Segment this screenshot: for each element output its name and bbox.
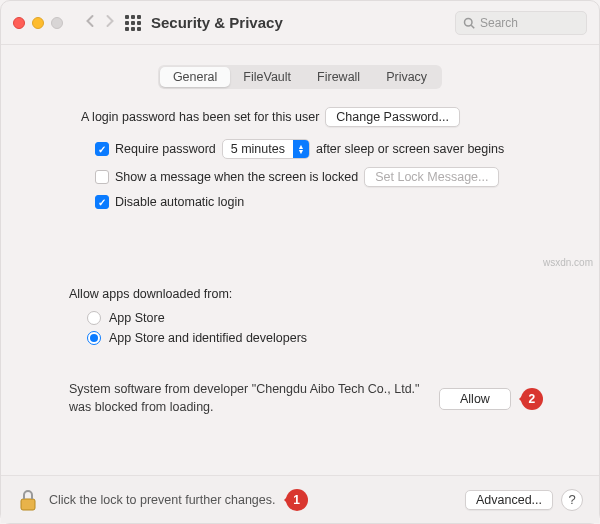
require-password-row: Require password 5 minutes ▲▼ after slee… [95, 139, 555, 159]
tab-general[interactable]: General [160, 67, 230, 87]
tab-segments: General FileVault Firewall Privacy [158, 65, 442, 89]
tab-bar: General FileVault Firewall Privacy [1, 65, 599, 89]
allow-identified-label: App Store and identified developers [109, 331, 307, 345]
svg-rect-2 [21, 499, 35, 510]
disable-auto-login-row: Disable automatic login [95, 195, 555, 209]
password-set-label: A login password has been set for this u… [81, 110, 319, 124]
lock-icon[interactable] [17, 487, 39, 513]
window-controls [13, 17, 63, 29]
allow-appstore-row: App Store [87, 311, 555, 325]
allow-button[interactable]: Allow [439, 388, 511, 410]
require-password-delay-select[interactable]: 5 minutes ▲▼ [222, 139, 310, 159]
zoom-window-icon [51, 17, 63, 29]
show-message-checkbox[interactable] [95, 170, 109, 184]
disable-auto-login-label: Disable automatic login [115, 195, 244, 209]
back-button[interactable] [81, 13, 100, 33]
svg-point-0 [465, 18, 473, 26]
svg-line-1 [471, 25, 474, 28]
tab-privacy[interactable]: Privacy [373, 67, 440, 87]
set-lock-message-button: Set Lock Message... [364, 167, 499, 187]
show-all-icon[interactable] [125, 15, 141, 31]
search-placeholder: Search [480, 16, 518, 30]
watermark-text: wsxdn.com [543, 257, 593, 268]
tab-firewall[interactable]: Firewall [304, 67, 373, 87]
show-message-label: Show a message when the screen is locked [115, 170, 358, 184]
advanced-button[interactable]: Advanced... [465, 490, 553, 510]
tab-filevault[interactable]: FileVault [230, 67, 304, 87]
close-window-icon[interactable] [13, 17, 25, 29]
page-title: Security & Privacy [151, 14, 283, 31]
delay-value: 5 minutes [231, 142, 285, 156]
change-password-button[interactable]: Change Password... [325, 107, 460, 127]
disable-auto-login-checkbox[interactable] [95, 195, 109, 209]
require-password-checkbox[interactable] [95, 142, 109, 156]
general-pane: A login password has been set for this u… [1, 107, 599, 416]
prefs-window: Security & Privacy Search General FileVa… [0, 0, 600, 524]
search-icon [463, 17, 475, 29]
show-message-row: Show a message when the screen is locked… [95, 167, 555, 187]
lock-hint-text: Click the lock to prevent further change… [49, 493, 276, 507]
allow-identified-radio[interactable] [87, 331, 101, 345]
after-sleep-label: after sleep or screen saver begins [316, 142, 504, 156]
allow-appstore-radio[interactable] [87, 311, 101, 325]
allow-appstore-label: App Store [109, 311, 165, 325]
allow-identified-row: App Store and identified developers [87, 331, 555, 345]
chevron-updown-icon: ▲▼ [293, 140, 309, 158]
require-password-label: Require password [115, 142, 216, 156]
annotation-marker-2: 2 [521, 388, 543, 410]
minimize-window-icon[interactable] [32, 17, 44, 29]
blocked-software-row: System software from developer "Chengdu … [69, 381, 555, 416]
help-button[interactable]: ? [561, 489, 583, 511]
footer-bar: Click the lock to prevent further change… [1, 475, 599, 523]
forward-button[interactable] [100, 13, 119, 33]
blocked-software-text: System software from developer "Chengdu … [69, 381, 429, 416]
password-set-row: A login password has been set for this u… [81, 107, 555, 127]
allow-apps-heading: Allow apps downloaded from: [69, 287, 555, 301]
titlebar: Security & Privacy Search [1, 1, 599, 45]
search-input[interactable]: Search [455, 11, 587, 35]
annotation-marker-1: 1 [286, 489, 308, 511]
